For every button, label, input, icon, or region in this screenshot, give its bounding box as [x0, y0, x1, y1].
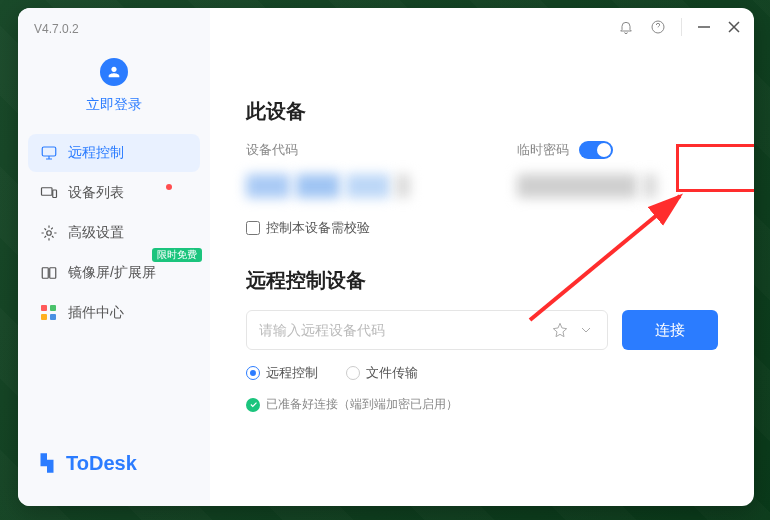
close-button[interactable] [726, 19, 742, 35]
sidebar-nav: 远程控制 设备列表 高级设置 镜像屏/扩展屏 限时免费 [18, 134, 210, 332]
login-link[interactable]: 立即登录 [86, 96, 142, 114]
version-label: V4.7.0.2 [18, 22, 210, 50]
svg-rect-4 [42, 268, 48, 279]
svg-rect-0 [42, 147, 56, 156]
temp-password-label: 临时密码 [517, 141, 569, 159]
radio-dot [346, 366, 360, 380]
svg-point-3 [47, 231, 52, 236]
device-info-row: 设备代码 控制本设备需校验 临时密码 [246, 141, 718, 237]
avatar-icon[interactable] [100, 58, 128, 86]
device-code-blurred [246, 169, 447, 203]
mode-radio-row: 远程控制 文件传输 [246, 364, 718, 382]
code-input-wrap[interactable] [246, 310, 608, 350]
star-icon[interactable] [551, 321, 569, 339]
radio-file-transfer[interactable]: 文件传输 [346, 364, 418, 382]
radio-label: 远程控制 [266, 364, 318, 382]
connect-button[interactable]: 连接 [622, 310, 718, 350]
annotation-box [676, 144, 754, 192]
nav-advanced-settings[interactable]: 高级设置 [28, 214, 200, 252]
temp-password-toggle[interactable] [579, 141, 613, 159]
svg-rect-1 [42, 188, 53, 196]
status-text: 已准备好连接（端到端加密已启用） [266, 396, 458, 413]
verify-checkbox-label: 控制本设备需校验 [266, 219, 370, 237]
device-code-column: 设备代码 控制本设备需校验 [246, 141, 447, 237]
shield-check-icon [246, 398, 260, 412]
nav-plugin-center[interactable]: 插件中心 [28, 294, 200, 332]
nav-label: 高级设置 [68, 224, 124, 242]
verify-checkbox-row[interactable]: 控制本设备需校验 [246, 219, 447, 237]
sidebar: V4.7.0.2 立即登录 远程控制 设备列表 [18, 8, 210, 506]
nav-label: 镜像屏/扩展屏 [68, 264, 156, 282]
remote-code-input[interactable] [259, 322, 543, 338]
svg-rect-2 [53, 190, 57, 198]
nav-device-list[interactable]: 设备列表 [28, 174, 200, 212]
free-badge: 限时免费 [152, 248, 202, 262]
svg-rect-5 [50, 268, 56, 279]
remote-control-title: 远程控制设备 [246, 267, 718, 294]
main-content: 此设备 设备代码 控制本设备需校验 临时密码 [210, 8, 754, 506]
settings-icon [40, 224, 58, 242]
chevron-down-icon[interactable] [577, 321, 595, 339]
nav-label: 远程控制 [68, 144, 124, 162]
minimize-button[interactable] [696, 19, 712, 35]
nav-label: 设备列表 [68, 184, 124, 202]
nav-label: 插件中心 [68, 304, 124, 322]
profile-section: 立即登录 [18, 50, 210, 134]
connect-input-row: 连接 [246, 310, 718, 350]
help-icon[interactable] [649, 18, 667, 36]
monitor-icon [40, 144, 58, 162]
connection-status: 已准备好连接（端到端加密已启用） [246, 396, 718, 413]
notification-dot [166, 184, 172, 190]
this-device-title: 此设备 [246, 98, 718, 125]
titlebar [617, 18, 742, 36]
radio-dot-checked [246, 366, 260, 380]
divider [681, 18, 682, 36]
radio-label: 文件传输 [366, 364, 418, 382]
bell-icon[interactable] [617, 18, 635, 36]
nav-mirror-screen[interactable]: 镜像屏/扩展屏 限时免费 [28, 254, 200, 292]
plugin-icon [40, 304, 58, 322]
brand-text: ToDesk [66, 452, 137, 475]
brand-logo: ToDesk [18, 450, 210, 506]
mirror-icon [40, 264, 58, 282]
verify-checkbox[interactable] [246, 221, 260, 235]
devices-icon [40, 184, 58, 202]
device-code-label: 设备代码 [246, 141, 447, 159]
nav-remote-control[interactable]: 远程控制 [28, 134, 200, 172]
app-window: V4.7.0.2 立即登录 远程控制 设备列表 [18, 8, 754, 506]
radio-remote-control[interactable]: 远程控制 [246, 364, 318, 382]
